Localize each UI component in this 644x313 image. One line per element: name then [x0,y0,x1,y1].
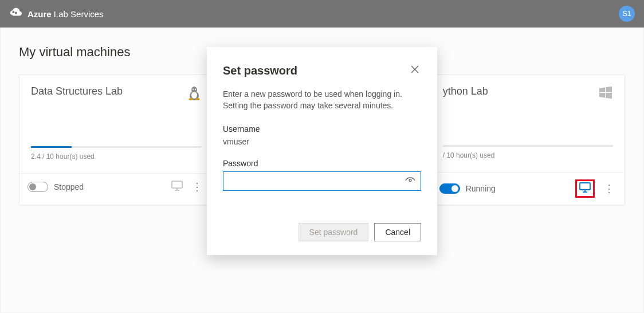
vm-status-text: Running [466,184,496,193]
vm-card-actions: ⋮ [575,179,616,198]
vm-card-header: ython Lab [431,75,625,111]
brand-area: Azure Lab Services [9,6,104,21]
vm-card-title: ython Lab [443,85,488,97]
vm-card-body: 2.4 / 10 hour(s) used [19,146,213,173]
dialog-title: Set password [223,64,297,77]
top-bar: Azure Lab Services S1 [0,0,644,28]
cancel-button[interactable]: Cancel [374,223,421,241]
set-password-button[interactable]: Set password [299,223,369,241]
windows-icon [598,85,613,103]
reveal-password-icon[interactable] [405,176,415,186]
usage-progress-fill [31,146,72,148]
svg-rect-9 [172,181,182,188]
vm-card: Data Structures Lab [19,75,213,205]
cloud-icon [9,6,22,21]
vm-status-area: Stopped [28,182,84,192]
password-input[interactable] [223,171,421,191]
dialog-description: Enter a new password to be used when log… [223,88,421,112]
app-title-bold: Azure [28,9,52,19]
dialog-actions: Set password Cancel [223,223,421,241]
linux-icon [187,85,201,104]
dialog-header: Set password [223,63,421,78]
vm-card-body: / 10 hour(s) used [431,145,625,172]
vm-status-area: Running [439,183,496,194]
vm-card-actions: ⋮ [171,181,205,193]
svg-point-0 [12,11,14,13]
vm-status-text: Stopped [54,182,84,191]
vm-power-toggle[interactable] [439,183,460,194]
app-title: Azure Lab Services [28,9,104,19]
usage-text: 2.4 / 10 hour(s) used [31,152,201,161]
usage-text: / 10 hour(s) used [443,151,613,159]
app-title-rest: Lab Services [52,9,104,19]
password-label: Password [223,159,421,168]
user-avatar[interactable]: S1 [619,6,635,22]
username-label: Username [223,124,421,134]
usage-progress-bar [31,146,201,148]
svg-point-1 [15,11,17,14]
vm-card-footer: Running ⋮ [431,172,625,205]
vm-card: ython Lab / 10 hour(s) used [431,75,625,205]
svg-point-17 [409,179,411,181]
svg-point-8 [196,98,200,100]
vm-card-header: Data Structures Lab [19,75,213,112]
connect-icon[interactable] [171,181,183,193]
svg-point-4 [193,89,194,91]
more-actions-icon[interactable]: ⋮ [190,182,205,192]
usage-progress-bar [443,145,613,147]
close-icon[interactable] [409,63,421,78]
more-actions-icon[interactable]: ⋮ [602,183,616,194]
callout-highlight [575,179,595,198]
vm-card-title: Data Structures Lab [31,85,123,97]
connect-icon[interactable] [579,182,591,195]
username-value: vmuser [223,137,421,146]
vm-card-footer: Stopped ⋮ [19,173,213,200]
svg-point-6 [191,92,197,99]
set-password-dialog: Set password Enter a new password to be … [207,47,437,255]
svg-point-5 [195,89,196,91]
svg-point-7 [189,98,193,100]
password-field-wrap [223,171,421,191]
svg-rect-12 [580,183,590,190]
vm-power-toggle[interactable] [28,182,48,192]
